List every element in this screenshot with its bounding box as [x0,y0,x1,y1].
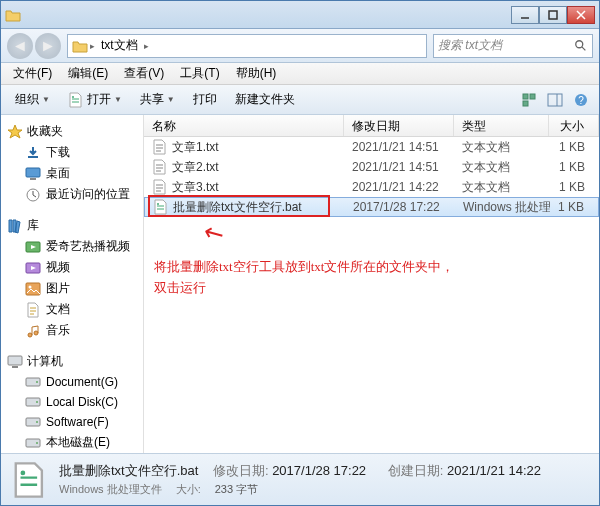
file-name: 文章3.txt [172,179,219,196]
svg-rect-20 [530,94,535,99]
computer-group: 计算机 Document(G) Local Disk(C) Software(F… [1,351,143,453]
details-size: 233 字节 [215,482,258,497]
preview-pane-button[interactable] [543,88,567,112]
favorites-group: 收藏夹 下载 桌面 最近访问的位置 [1,121,143,205]
menu-help[interactable]: 帮助(H) [228,65,285,82]
open-icon [68,92,84,108]
libraries-header[interactable]: 库 [1,215,143,236]
favorites-header[interactable]: 收藏夹 [1,121,143,142]
download-icon [25,145,41,161]
menu-tools[interactable]: 工具(T) [172,65,227,82]
details-type: Windows 批处理文件 [59,482,162,497]
print-button[interactable]: 打印 [185,88,225,111]
help-button[interactable]: ? [569,88,593,112]
details-date-label: 修改日期: [213,463,269,478]
star-icon [7,124,23,140]
file-date: 2021/1/21 14:22 [344,180,454,194]
explorer-window: ◄ ► ▸ txt文档 ▸ 搜索 txt文档 文件(F) 编辑(E) 查看(V)… [0,0,600,506]
library-icon [7,218,23,234]
file-type: Windows 批处理... [455,199,550,216]
open-button[interactable]: 打开▼ [60,88,130,111]
sidebar-item-pictures[interactable]: 图片 [1,278,143,299]
sidebar-item-drive[interactable]: 本地磁盘(E) [1,432,143,453]
drive-icon [25,435,41,451]
file-icon [152,139,168,155]
minimize-button[interactable] [511,6,539,24]
sidebar-item-music[interactable]: 音乐 [1,320,143,341]
file-type: 文本文档 [454,139,549,156]
search-input[interactable]: 搜索 txt文档 [433,34,593,58]
file-icon [152,179,168,195]
sidebar-item-drive[interactable]: Software(F) [1,412,143,432]
search-placeholder: 搜索 txt文档 [438,37,502,54]
sidebar-item-drive[interactable]: Document(G) [1,372,143,392]
svg-text:?: ? [578,95,584,106]
documents-icon [25,302,41,318]
file-icon [152,159,168,175]
file-date: 2021/1/21 14:51 [344,140,454,154]
folder-icon [5,7,21,23]
desktop-icon [25,166,41,182]
breadcrumb-segment[interactable]: txt文档 [97,37,142,54]
music-icon [25,323,41,339]
file-size: 1 KB [549,160,599,174]
details-size-label: 大小: [176,482,201,497]
recent-icon [25,187,41,203]
details-created-label: 创建日期: [388,463,444,478]
chevron-right-icon[interactable]: ▸ [142,41,151,51]
file-size: 1 KB [549,180,599,194]
file-row[interactable]: 文章3.txt2021/1/21 14:22文本文档1 KB [144,177,599,197]
details-pane: 批量删除txt文件空行.bat 修改日期: 2017/1/28 17:22 创建… [1,453,599,505]
libraries-group: 库 爱奇艺热播视频 视频 图片 文档 音乐 [1,215,143,341]
chevron-right-icon[interactable]: ▸ [88,41,97,51]
sidebar-item-downloads[interactable]: 下载 [1,142,143,163]
drive-icon [25,394,41,410]
drive-icon [25,414,41,430]
menu-bar: 文件(F) 编辑(E) 查看(V) 工具(T) 帮助(H) [1,63,599,85]
sidebar-item-drive[interactable]: Local Disk(C) [1,392,143,412]
svg-rect-19 [523,94,528,99]
drive-icon [25,374,41,390]
annotation-arrow-icon: ↖ [198,216,229,250]
search-icon [574,39,588,53]
file-size: 1 KB [549,140,599,154]
file-row[interactable]: 批量删除txt文件空行.bat2017/1/28 17:22Windows 批处… [144,197,599,217]
forward-button[interactable]: ► [35,33,61,59]
titlebar[interactable] [1,1,599,29]
annotation-text: 将批量删除txt空行工具放到txt文件所在的文件夹中， 双击运行 [154,257,454,299]
computer-header[interactable]: 计算机 [1,351,143,372]
view-options-button[interactable] [517,88,541,112]
file-name: 文章1.txt [172,139,219,156]
new-folder-button[interactable]: 新建文件夹 [227,88,303,111]
file-type: 文本文档 [454,179,549,196]
sidebar-item-recent[interactable]: 最近访问的位置 [1,184,143,205]
back-button[interactable]: ◄ [7,33,33,59]
sidebar-item-desktop[interactable]: 桌面 [1,163,143,184]
sidebar-item-documents[interactable]: 文档 [1,299,143,320]
menu-edit[interactable]: 编辑(E) [60,65,116,82]
maximize-button[interactable] [539,6,567,24]
file-row[interactable]: 文章2.txt2021/1/21 14:51文本文档1 KB [144,157,599,177]
column-header-date[interactable]: 修改日期 [344,115,454,136]
column-header-type[interactable]: 类型 [454,115,549,136]
file-date: 2017/1/28 17:22 [345,200,455,214]
file-rows[interactable]: 文章1.txt2021/1/21 14:51文本文档1 KB文章2.txt202… [144,137,599,453]
folder-icon [72,38,88,54]
navigation-pane[interactable]: 收藏夹 下载 桌面 最近访问的位置 库 爱奇艺热播视频 视频 图片 文档 音乐 [1,115,144,453]
sidebar-item-videos[interactable]: 视频 [1,257,143,278]
menu-file[interactable]: 文件(F) [5,65,60,82]
share-button[interactable]: 共享▼ [132,88,183,111]
column-header-size[interactable]: 大小 [549,115,599,136]
menu-view[interactable]: 查看(V) [116,65,172,82]
details-created: 2021/1/21 14:22 [447,463,541,478]
file-size: 1 KB [550,200,598,214]
close-button[interactable] [567,6,595,24]
organize-button[interactable]: 组织▼ [7,88,58,111]
column-header-name[interactable]: 名称 [144,115,344,136]
sidebar-item-iqiyi[interactable]: 爱奇艺热播视频 [1,236,143,257]
file-type: 文本文档 [454,159,549,176]
address-bar[interactable]: ▸ txt文档 ▸ [67,34,427,58]
file-row[interactable]: 文章1.txt2021/1/21 14:51文本文档1 KB [144,137,599,157]
file-list-pane: 名称 修改日期 类型 大小 文章1.txt2021/1/21 14:51文本文档… [144,115,599,453]
computer-icon [7,354,23,370]
